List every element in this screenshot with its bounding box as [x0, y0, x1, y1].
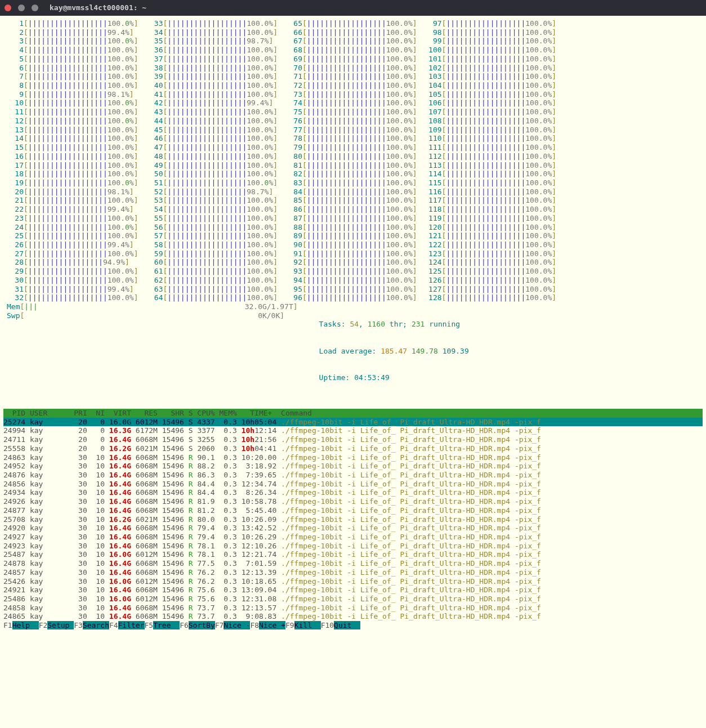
process-row[interactable]: 24994 kay 20 0 16.3G 6172M 15496 S 3377 … — [3, 426, 703, 435]
swap-meter: Swp[ 0K/0K] — [3, 311, 298, 320]
process-row[interactable]: 25486 kay 30 10 16.0G 6012M 15496 R 75.6… — [3, 595, 703, 604]
cpu-meter-128: 128 [||||||||||||||||||100.0%] — [425, 293, 557, 302]
process-row[interactable]: 24876 kay 30 10 16.4G 6068M 15496 R 86.3… — [3, 471, 703, 480]
process-row[interactable]: 24863 kay 30 10 16.4G 6068M 15496 R 90.1… — [3, 453, 703, 462]
process-row[interactable]: 25487 kay 30 10 16.0G 6012M 15496 R 78.1… — [3, 550, 703, 559]
cpu-meter-123: 123 [||||||||||||||||||100.0%] — [425, 249, 557, 258]
process-row[interactable]: 24877 kay 30 10 16.4G 6068M 15496 R 81.2… — [3, 506, 703, 515]
cpu-meter-56: 56 [||||||||||||||||||100.0%] — [146, 223, 278, 232]
cpu-meter-121: 121 [||||||||||||||||||100.0%] — [425, 231, 557, 240]
cpu-meter-124: 124 [||||||||||||||||||100.0%] — [425, 258, 557, 267]
cpu-meter-72: 72 [||||||||||||||||||100.0%] — [285, 81, 417, 90]
cpu-meter-90: 90 [||||||||||||||||||100.0%] — [285, 240, 417, 249]
cpu-meter-118: 118 [||||||||||||||||||100.0%] — [425, 205, 557, 214]
cpu-meter-98: 98 [||||||||||||||||||100.0%] — [425, 28, 557, 37]
cpu-meter-92: 92 [||||||||||||||||||100.0%] — [285, 258, 417, 267]
cpu-meter-108: 108 [||||||||||||||||||100.0%] — [425, 117, 557, 126]
cpu-meter-20: 20 [||||||||||||||||||98.1%] — [7, 187, 138, 196]
cpu-meter-80: 80 [||||||||||||||||||100.0%] — [285, 152, 417, 161]
cpu-meter-127: 127 [||||||||||||||||||100.0%] — [425, 285, 557, 294]
process-row[interactable]: 25274 kay 20 0 16.0G 6012M 15496 S 4337 … — [3, 418, 703, 427]
cpu-meter-13: 13 [||||||||||||||||||100.0%] — [7, 126, 138, 135]
process-row[interactable]: 24857 kay 30 10 16.4G 6068M 15496 R 76.2… — [3, 568, 703, 577]
cpu-meter-19: 19 [||||||||||||||||||100.0%] — [7, 178, 138, 187]
cpu-meter-104: 104 [||||||||||||||||||100.0%] — [425, 81, 557, 90]
cpu-meter-30: 30 [||||||||||||||||||100.0%] — [7, 276, 138, 285]
tasks-line: Tasks: 54, 1160 thr; 231 running — [319, 320, 469, 329]
cpu-meter-71: 71 [||||||||||||||||||100.0%] — [285, 72, 417, 81]
cpu-meter-33: 33 [||||||||||||||||||100.0%] — [146, 19, 278, 28]
uptime-line: Uptime: 04:53:49 — [319, 373, 469, 382]
process-row[interactable]: 24920 kay 30 10 16.4G 6068M 15496 R 79.4… — [3, 524, 703, 533]
cpu-meter-16: 16 [||||||||||||||||||100.0%] — [7, 152, 138, 161]
cpu-meter-4: 4 [||||||||||||||||||100.0%] — [7, 46, 138, 55]
process-row[interactable]: 25708 kay 30 10 16.2G 6021M 15496 R 80.0… — [3, 515, 703, 524]
terminal-content: 1 [||||||||||||||||||100.0%] 2 [||||||||… — [0, 16, 706, 630]
cpu-meter-27: 27 [||||||||||||||||||100.0%] — [7, 249, 138, 258]
cpu-meter-122: 122 [||||||||||||||||||100.0%] — [425, 240, 557, 249]
process-row[interactable]: 24921 kay 30 10 16.4G 6068M 15496 R 75.6… — [3, 586, 703, 595]
cpu-meter-114: 114 [||||||||||||||||||100.0%] — [425, 169, 557, 178]
cpu-meter-117: 117 [||||||||||||||||||100.0%] — [425, 196, 557, 205]
minimize-icon[interactable] — [18, 5, 25, 11]
process-row[interactable]: 24934 kay 30 10 16.4G 6068M 15496 R 84.4… — [3, 488, 703, 497]
cpu-meter-52: 52 [||||||||||||||||||98.7%] — [146, 187, 278, 196]
cpu-meter-5: 5 [||||||||||||||||||100.0%] — [7, 55, 138, 64]
cpu-meter-3: 3 [||||||||||||||||||100.0%] — [7, 37, 138, 46]
cpu-meter-59: 59 [||||||||||||||||||100.0%] — [146, 249, 278, 258]
cpu-meter-38: 38 [||||||||||||||||||100.0%] — [146, 64, 278, 73]
cpu-meter-36: 36 [||||||||||||||||||100.0%] — [146, 46, 278, 55]
cpu-meter-14: 14 [||||||||||||||||||100.0%] — [7, 134, 138, 143]
cpu-meter-102: 102 [||||||||||||||||||100.0%] — [425, 64, 557, 73]
cpu-meter-87: 87 [||||||||||||||||||100.0%] — [285, 214, 417, 223]
cpu-meter-6: 6 [||||||||||||||||||100.0%] — [7, 64, 138, 73]
process-header[interactable]: PID USER PRI NI VIRT RES SHR S CPU% MEM%… — [3, 409, 703, 418]
window-title: kay@mvmssl4ct000001: ~ — [50, 3, 146, 12]
cpu-meter-22: 22 [||||||||||||||||||99.4%] — [7, 205, 138, 214]
cpu-meter-57: 57 [||||||||||||||||||100.0%] — [146, 231, 278, 240]
cpu-meter-34: 34 [||||||||||||||||||100.0%] — [146, 28, 278, 37]
cpu-meter-113: 113 [||||||||||||||||||100.0%] — [425, 161, 557, 170]
cpu-meter-8: 8 [||||||||||||||||||100.0%] — [7, 81, 138, 90]
process-row[interactable]: 24923 kay 30 10 16.4G 6068M 15496 R 78.1… — [3, 542, 703, 551]
cpu-meter-66: 66 [||||||||||||||||||100.0%] — [285, 28, 417, 37]
cpu-meter-93: 93 [||||||||||||||||||100.0%] — [285, 267, 417, 276]
cpu-meter-17: 17 [||||||||||||||||||100.0%] — [7, 161, 138, 170]
cpu-meter-49: 49 [||||||||||||||||||100.0%] — [146, 161, 278, 170]
process-row[interactable]: 24926 kay 30 10 16.4G 6068M 15496 R 81.9… — [3, 497, 703, 506]
process-row[interactable]: 25426 kay 30 10 16.0G 6012M 15496 R 76.2… — [3, 577, 703, 586]
cpu-meter-40: 40 [||||||||||||||||||100.0%] — [146, 81, 278, 90]
process-row[interactable]: 24952 kay 30 10 16.4G 6068M 15496 R 88.2… — [3, 462, 703, 471]
process-row[interactable]: 24927 kay 30 10 16.4G 6068M 15496 R 79.4… — [3, 533, 703, 542]
cpu-meter-54: 54 [||||||||||||||||||100.0%] — [146, 205, 278, 214]
cpu-meter-48: 48 [||||||||||||||||||100.0%] — [146, 152, 278, 161]
function-keys[interactable]: F1Help F2Setup F3SearchF4FilterF5Tree F6… — [3, 621, 703, 630]
cpu-meter-86: 86 [||||||||||||||||||100.0%] — [285, 205, 417, 214]
process-row[interactable]: 24858 kay 30 10 16.4G 6068M 15496 R 73.7… — [3, 604, 703, 613]
process-row[interactable]: 25558 kay 20 0 16.2G 6021M 15496 S 2060 … — [3, 444, 703, 453]
process-row[interactable]: 24878 kay 30 10 16.4G 6068M 15496 R 77.5… — [3, 559, 703, 568]
process-row[interactable]: 24856 kay 30 10 16.4G 6068M 15496 R 84.4… — [3, 480, 703, 489]
cpu-meter-51: 51 [||||||||||||||||||100.0%] — [146, 178, 278, 187]
cpu-meter-88: 88 [||||||||||||||||||100.0%] — [285, 223, 417, 232]
cpu-meter-62: 62 [||||||||||||||||||100.0%] — [146, 276, 278, 285]
cpu-meter-106: 106 [||||||||||||||||||100.0%] — [425, 99, 557, 108]
cpu-meter-24: 24 [||||||||||||||||||100.0%] — [7, 223, 138, 232]
process-row[interactable]: 24865 kay 30 10 16.4G 6068M 15496 R 73.7… — [3, 612, 703, 621]
cpu-meter-76: 76 [||||||||||||||||||100.0%] — [285, 117, 417, 126]
cpu-meter-96: 96 [||||||||||||||||||100.0%] — [285, 293, 417, 302]
cpu-meter-63: 63 [||||||||||||||||||100.0%] — [146, 285, 278, 294]
close-icon[interactable] — [5, 5, 11, 11]
cpu-meter-77: 77 [||||||||||||||||||100.0%] — [285, 126, 417, 135]
process-row[interactable]: 24711 kay 20 0 16.4G 6068M 15496 S 3255 … — [3, 435, 703, 444]
cpu-meter-12: 12 [||||||||||||||||||100.0%] — [7, 117, 138, 126]
maximize-icon[interactable] — [32, 5, 38, 11]
cpu-meter-125: 125 [||||||||||||||||||100.0%] — [425, 267, 557, 276]
cpu-meter-11: 11 [||||||||||||||||||100.0%] — [7, 108, 138, 117]
cpu-meter-111: 111 [||||||||||||||||||100.0%] — [425, 143, 557, 152]
cpu-meter-115: 115 [||||||||||||||||||100.0%] — [425, 178, 557, 187]
cpu-meter-60: 60 [||||||||||||||||||100.0%] — [146, 258, 278, 267]
process-list[interactable]: 25274 kay 20 0 16.0G 6012M 15496 S 4337 … — [3, 418, 703, 622]
cpu-meter-112: 112 [||||||||||||||||||100.0%] — [425, 152, 557, 161]
cpu-meter-44: 44 [||||||||||||||||||100.0%] — [146, 117, 278, 126]
